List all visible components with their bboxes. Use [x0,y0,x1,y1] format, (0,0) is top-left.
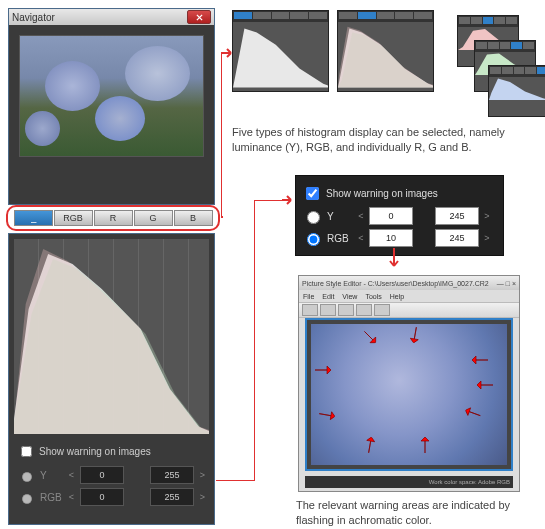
histogram-tab-y[interactable]: ⎯ [14,210,53,226]
editor-title-text: Picture Style Editor - C:\Users\user\Des… [302,280,489,287]
histogram-tab-rgb[interactable]: RGB [54,210,93,226]
wp-y-radio[interactable] [307,211,320,224]
menu-edit[interactable]: Edit [322,293,334,300]
editor-toolbar [299,302,519,318]
greater-than-icon[interactable]: > [199,492,206,502]
menu-help[interactable]: Help [390,293,404,300]
less-than-icon[interactable]: < [357,233,365,243]
toolbar-button[interactable] [356,304,372,316]
histogram-tab-b[interactable]: B [174,210,213,226]
histogram-thumbnails [232,10,532,110]
threshold-rgb-row: RGB < > [9,486,214,508]
show-warning-label: Show warning on images [39,446,151,457]
wp-y-high-input[interactable] [435,207,479,225]
show-warning-checkbox-row: Show warning on images [9,439,214,464]
callout-arrow-icon [222,47,234,59]
wp-rgb-high-input[interactable] [435,229,479,247]
close-icon[interactable] [187,10,211,24]
wp-show-warning-checkbox[interactable] [306,187,319,200]
warning-arrow-icon [315,365,331,375]
editor-statusbar: Work color space: Adobe RGB [305,476,513,488]
navigator-panel: Navigator [8,8,215,205]
histogram-thumb-rgb [337,10,434,92]
callout-arrow-icon [388,248,400,270]
less-than-icon[interactable]: < [68,492,75,502]
threshold-y-row: Y < > [9,464,214,486]
rgb-low-input[interactable] [80,488,124,506]
editor-image [311,324,507,465]
wp-show-warning-label: Show warning on images [326,188,438,199]
editor-menubar: File Edit View Tools Help [299,290,519,302]
rgb-high-input[interactable] [150,488,194,506]
histogram-thumb-y [232,10,329,92]
show-warning-checkbox[interactable] [21,446,32,457]
greater-than-icon[interactable]: > [483,211,491,221]
caption-histogram-types: Five types of histogram display can be s… [232,125,532,155]
greater-than-icon[interactable]: > [199,470,206,480]
warning-settings-panel: Show warning on images Y < > RGB < > [295,175,504,256]
toolbar-button[interactable] [374,304,390,316]
editor-window: Picture Style Editor - C:\Users\user\Des… [298,275,520,492]
menu-view[interactable]: View [342,293,357,300]
navigator-titlebar[interactable]: Navigator [9,9,214,25]
window-controls-icon[interactable]: — □ × [497,280,516,287]
navigator-title-text: Navigator [12,12,55,23]
editor-canvas[interactable] [305,318,513,471]
y-low-input[interactable] [80,466,124,484]
less-than-icon[interactable]: < [357,211,365,221]
caption-warning-areas: The relevant warning areas are indicated… [296,498,536,528]
editor-titlebar[interactable]: Picture Style Editor - C:\Users\user\Des… [299,276,519,290]
histogram-tab-r[interactable]: R [94,210,133,226]
histogram-panel: Show warning on images Y < > RGB < > [8,233,215,525]
menu-file[interactable]: File [303,293,314,300]
threshold-y-label: Y [40,470,63,481]
y-high-input[interactable] [150,466,194,484]
histogram-chart-large [14,239,209,434]
wp-y-low-input[interactable] [369,207,413,225]
callout-arrow-icon [282,194,294,206]
warning-arrow-icon [477,380,493,390]
warning-arrow-icon [420,437,430,453]
histogram-tab-group: ⎯ RGB R G B [6,205,220,231]
wp-rgb-radio[interactable] [307,233,320,246]
warning-arrow-icon [472,355,488,365]
toolbar-button[interactable] [320,304,336,316]
threshold-rgb-label: RGB [40,492,63,503]
wp-y-label: Y [327,211,353,222]
histogram-tab-g[interactable]: G [134,210,173,226]
toolbar-button[interactable] [302,304,318,316]
threshold-rgb-radio[interactable] [22,494,32,504]
wp-rgb-label: RGB [327,233,353,244]
editor-colorspace-label: Work color space: Adobe RGB [429,479,510,485]
navigator-preview-image[interactable] [19,35,204,157]
greater-than-icon[interactable]: > [483,233,491,243]
wp-rgb-low-input[interactable] [369,229,413,247]
toolbar-button[interactable] [338,304,354,316]
less-than-icon[interactable]: < [68,470,75,480]
histogram-thumb-b [488,65,545,117]
threshold-y-radio[interactable] [22,472,32,482]
menu-tools[interactable]: Tools [365,293,381,300]
